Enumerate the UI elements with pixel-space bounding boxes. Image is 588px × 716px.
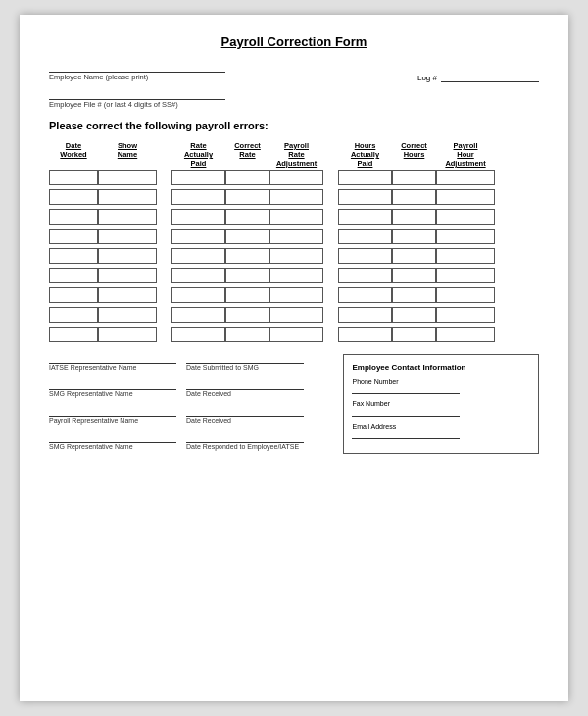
cell-rate-paid[interactable] xyxy=(172,229,225,244)
cell-rate-paid[interactable] xyxy=(172,248,225,264)
payroll-rep-block: Payroll Representative Name xyxy=(49,407,176,424)
cell-rate-paid[interactable] xyxy=(172,307,225,323)
cell-rate-paid[interactable] xyxy=(172,327,225,342)
cell-date[interactable] xyxy=(49,287,98,303)
cell-correct-rate[interactable] xyxy=(225,248,270,264)
cell-payroll-adj[interactable] xyxy=(270,229,323,244)
cell-hours-paid[interactable] xyxy=(338,287,392,303)
cell-payroll-hour-adj[interactable] xyxy=(436,229,495,244)
cell-payroll-hour-adj[interactable] xyxy=(436,327,495,342)
cell-payroll-hour-adj[interactable] xyxy=(436,170,495,185)
cell-correct-hours[interactable] xyxy=(392,229,436,244)
cell-payroll-adj[interactable] xyxy=(270,287,323,303)
cell-payroll-hour-adj[interactable] xyxy=(436,189,495,205)
cell-correct-hours[interactable] xyxy=(392,170,436,185)
fax-line[interactable] xyxy=(352,408,460,417)
cell-payroll-hour-adj[interactable] xyxy=(436,307,495,323)
cell-date[interactable] xyxy=(49,189,98,205)
cell-payroll-adj[interactable] xyxy=(270,248,323,264)
cell-payroll-adj[interactable] xyxy=(270,189,323,205)
cell-show[interactable] xyxy=(98,209,157,225)
cell-correct-rate[interactable] xyxy=(225,170,270,185)
cell-payroll-hour-adj[interactable] xyxy=(436,248,495,264)
smg-rep-label: SMG Representative Name xyxy=(49,390,176,397)
smg-rep-block: SMG Representative Name xyxy=(49,381,176,397)
cell-date[interactable] xyxy=(49,268,98,283)
iatse-rep-line[interactable] xyxy=(49,354,176,364)
cell-rate-paid[interactable] xyxy=(172,170,225,185)
cell-rate-paid[interactable] xyxy=(172,189,225,205)
cell-correct-rate[interactable] xyxy=(225,268,270,283)
cell-show[interactable] xyxy=(98,248,157,264)
col-header-payroll-adj: PayrollRateAdjustment xyxy=(270,141,323,168)
cell-hours-paid[interactable] xyxy=(338,229,392,244)
cell-hours-paid[interactable] xyxy=(338,209,392,225)
cell-correct-hours[interactable] xyxy=(392,189,436,205)
payroll-rep-label: Payroll Representative Name xyxy=(49,417,176,424)
iatse-rep-label: IATSE Representative Name xyxy=(49,364,176,371)
payroll-table: DateWorked ShowName RateActuallyPaid Cor… xyxy=(49,141,539,342)
cell-rate-paid[interactable] xyxy=(172,287,225,303)
date-received-line-2[interactable] xyxy=(186,407,304,417)
cell-date[interactable] xyxy=(49,248,98,264)
cell-show[interactable] xyxy=(98,170,157,185)
phone-line[interactable] xyxy=(352,385,460,394)
cell-correct-rate[interactable] xyxy=(225,307,270,323)
payroll-rep-line[interactable] xyxy=(49,407,176,417)
cell-correct-rate[interactable] xyxy=(225,287,270,303)
cell-correct-rate[interactable] xyxy=(225,189,270,205)
cell-date[interactable] xyxy=(49,170,98,185)
date-received-line-1[interactable] xyxy=(186,381,304,390)
cell-payroll-adj[interactable] xyxy=(270,327,323,342)
email-label: Email Address xyxy=(352,423,530,430)
cell-show[interactable] xyxy=(98,287,157,303)
cell-date[interactable] xyxy=(49,229,98,244)
cell-hours-paid[interactable] xyxy=(338,248,392,264)
cell-correct-rate[interactable] xyxy=(225,209,270,225)
smg-rep-line-2[interactable] xyxy=(49,434,176,443)
cell-show[interactable] xyxy=(98,189,157,205)
cell-payroll-adj[interactable] xyxy=(270,170,323,185)
cell-correct-hours[interactable] xyxy=(392,209,436,225)
date-submitted-block: Date Submitted to SMG xyxy=(186,354,304,371)
iatse-rep-block: IATSE Representative Name xyxy=(49,354,176,371)
cell-payroll-hour-adj[interactable] xyxy=(436,268,495,283)
date-submitted-line[interactable] xyxy=(186,354,304,364)
cell-correct-rate[interactable] xyxy=(225,229,270,244)
cell-payroll-adj[interactable] xyxy=(270,268,323,283)
cell-show[interactable] xyxy=(98,229,157,244)
email-line[interactable] xyxy=(352,431,460,439)
cell-payroll-hour-adj[interactable] xyxy=(436,287,495,303)
cell-correct-rate[interactable] xyxy=(225,327,270,342)
cell-date[interactable] xyxy=(49,209,98,225)
cell-date[interactable] xyxy=(49,327,98,342)
date-responded-line[interactable] xyxy=(186,434,304,443)
cell-correct-hours[interactable] xyxy=(392,268,436,283)
cell-correct-hours[interactable] xyxy=(392,307,436,323)
cell-show[interactable] xyxy=(98,307,157,323)
employee-file-line[interactable] xyxy=(49,90,225,100)
date-received-block-2: Date Received xyxy=(186,407,304,424)
cell-correct-hours[interactable] xyxy=(392,248,436,264)
employee-name-line[interactable] xyxy=(49,63,225,73)
cell-rate-paid[interactable] xyxy=(172,209,225,225)
cell-show[interactable] xyxy=(98,327,157,342)
log-line[interactable] xyxy=(441,73,539,82)
cell-rate-paid[interactable] xyxy=(172,268,225,283)
cell-hours-paid[interactable] xyxy=(338,189,392,205)
cell-hours-paid[interactable] xyxy=(338,268,392,283)
cell-payroll-adj[interactable] xyxy=(270,307,323,323)
cell-correct-hours[interactable] xyxy=(392,287,436,303)
phone-label: Phone Number xyxy=(352,378,530,384)
cell-hours-paid[interactable] xyxy=(338,307,392,323)
cell-date[interactable] xyxy=(49,307,98,323)
cell-show[interactable] xyxy=(98,268,157,283)
cell-correct-hours[interactable] xyxy=(392,327,436,342)
cell-payroll-adj[interactable] xyxy=(270,209,323,225)
cell-hours-paid[interactable] xyxy=(338,327,392,342)
signature-row-3: Payroll Representative Name Date Receive… xyxy=(49,407,333,424)
smg-rep-line[interactable] xyxy=(49,381,176,390)
cell-hours-paid[interactable] xyxy=(338,170,392,185)
cell-payroll-hour-adj[interactable] xyxy=(436,209,495,225)
employee-file-label: Employee File # (or last 4 digits of SS#… xyxy=(49,100,539,109)
